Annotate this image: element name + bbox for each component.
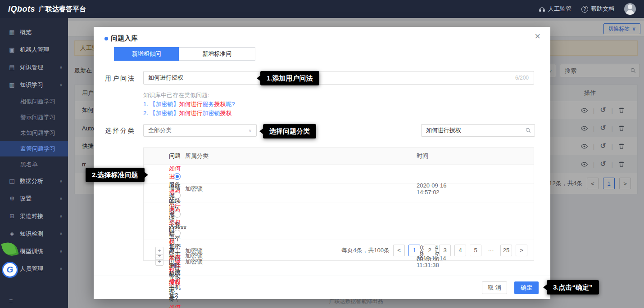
manual-monitor-link[interactable]: 人工监管 (539, 5, 571, 13)
table-row: + 大客户授权后，如何删除机器授权记录? 加密锁 2019-11-14 11:3… (144, 221, 534, 240)
standard-question-radio-selected[interactable] (174, 173, 181, 180)
sidebar-item-channel-docking[interactable]: ⊞渠道对接∨ (0, 207, 68, 225)
sidebar-label: 数据分析 (20, 177, 43, 185)
category-cell: 加密锁 (185, 258, 417, 266)
chevron-down-icon: ∨ (59, 196, 63, 201)
page-number-5[interactable]: 5 (470, 245, 481, 256)
callout-click-confirm: 3.点击“确定” (547, 280, 599, 295)
sidebar-item-knowledge-detection[interactable]: ◈知识检测∨ (0, 225, 68, 242)
cancel-button[interactable]: 取 消 (482, 281, 507, 294)
app-root: iQbots 广联达睿答平台 人工监管 ? 帮助文档 ▦概览 ▣机器人管理 ▤知… (0, 0, 644, 308)
page-number-3[interactable]: 3 (439, 245, 451, 256)
user-avatar[interactable] (624, 3, 636, 15)
pagination-ellipsis[interactable]: ··· (485, 245, 497, 256)
next-page-button[interactable]: > (516, 245, 527, 256)
sidebar-item-knowledge-management[interactable]: ▤知识管理∨ (0, 58, 68, 76)
category-select[interactable]: 全部分类 ∨ (143, 124, 257, 137)
confirm-button[interactable]: 确定 (514, 281, 539, 294)
callout-select-category: 选择问题分类 (263, 124, 316, 138)
sidebar-label: 知识管理 (20, 63, 43, 71)
standard-question-radio[interactable] (174, 192, 181, 199)
learning-icon: ▥ (8, 81, 16, 88)
analysis-icon: ◫ (8, 178, 16, 184)
page-number-4[interactable]: 4 (454, 245, 466, 256)
glodon-g-logo: G (2, 262, 18, 278)
sidebar-label: 渠道对接 (20, 212, 43, 220)
column-question: 问题 (169, 152, 185, 160)
sidebar-item-overview[interactable]: ▦概览 (0, 23, 68, 41)
sidebar-label: 模型训练 (20, 247, 43, 255)
sidebar-label: 知识检测 (20, 230, 43, 238)
chevron-down-icon: ∨ (59, 214, 63, 219)
sidebar-item-data-analysis[interactable]: ◫数据分析∨ (0, 172, 68, 190)
user-question-label: 用户问法 (105, 75, 136, 83)
sidebar-item-knowledge-learning[interactable]: ▥知识学习∧ (0, 76, 68, 94)
table-row: 如何进行服务授权的续期? 加密锁 2020-09-16 14:57:02 (144, 164, 534, 183)
channel-icon: ⊞ (8, 213, 16, 219)
modal-search (421, 124, 535, 137)
sidebar-label: 人员管理 (20, 265, 43, 273)
robot-icon: ▣ (8, 46, 16, 53)
similar-question-link[interactable]: 2. 【加密锁】如何进行加密锁授权 (143, 109, 235, 118)
sidebar-item-robot-management[interactable]: ▣机器人管理 (0, 41, 68, 58)
chevron-down-icon: ∨ (59, 179, 63, 183)
char-counter: 6/200 (515, 75, 529, 81)
standard-question-radio[interactable] (174, 230, 181, 237)
sidebar-label: 设置 (20, 195, 32, 203)
modal-search-input[interactable] (421, 124, 535, 137)
table-header-row: 问题 所属分类 时间 (144, 148, 534, 164)
help-icon: ? (581, 6, 588, 13)
chevron-down-icon: ∨ (59, 249, 63, 254)
chevron-down-icon: ∨ (59, 266, 63, 271)
help-doc-label: 帮助文档 (591, 5, 614, 13)
column-category: 所属分类 (185, 152, 417, 160)
chevron-down-icon: ∨ (59, 231, 63, 236)
arrow-left-icon (543, 284, 547, 290)
page-number-2[interactable]: 2 (424, 245, 435, 256)
top-header: iQbots 广联达睿答平台 人工监管 ? 帮助文档 (0, 0, 644, 18)
tab-add-standard-question[interactable]: 新增标准问 (179, 47, 255, 61)
chevron-down-icon: ∨ (59, 65, 63, 70)
arrow-left-icon (257, 75, 261, 81)
page-number-25[interactable]: 25 (500, 245, 512, 256)
app-logo: iQbots (8, 4, 35, 14)
user-question-field: 6/200 (143, 71, 534, 85)
chevron-up-icon: ∧ (59, 82, 63, 87)
sidebar-subitem-similar-questions[interactable]: 相似问题学习 (0, 94, 68, 109)
prev-page-button[interactable]: < (393, 245, 405, 256)
time-cell: 2020-09-16 14:57:02 (417, 182, 466, 196)
sidebar-subitem-blacklist[interactable]: 黑名单 (0, 156, 68, 172)
expand-icon[interactable]: + (155, 247, 163, 255)
sidebar-label: 知识学习 (20, 81, 43, 89)
headset-icon (539, 6, 545, 13)
category-selected-value: 全部分类 (148, 126, 172, 134)
overview-icon: ▦ (8, 29, 16, 36)
standard-question-radio[interactable] (174, 211, 181, 218)
time-cell: 2019-11-14 11:31:38 (417, 255, 466, 268)
sidebar-collapse-icon[interactable]: ≡ (9, 297, 13, 304)
page-number-1[interactable]: 1 (408, 245, 420, 256)
callout-add-user-question: 1.添加用户问法 (260, 71, 319, 85)
close-icon[interactable]: × (535, 31, 540, 41)
modal-tabs: 新增相似问 新增标准问 (114, 47, 255, 61)
arrow-right-icon (144, 172, 148, 178)
similar-question-link[interactable]: 1. 【加密锁】如何进行服务授权呢? (143, 100, 235, 109)
sidebar-subitem-warning-questions[interactable]: 警示问题学习 (0, 109, 68, 125)
sidebar-subitem-unknown-questions[interactable]: 未知问题学习 (0, 125, 68, 141)
modal-footer: 取 消 确定 (94, 276, 550, 299)
category-cell: 加密锁 (185, 185, 417, 193)
sidebar-subitem-supervised-questions[interactable]: 监管问题学习 (0, 141, 68, 156)
gear-icon: ⚙ (8, 195, 16, 202)
sidebar-label: 机器人管理 (20, 46, 49, 54)
arrow-left-icon (259, 128, 263, 134)
pagination-summary: 每页4条，共100条 (341, 246, 390, 254)
user-question-input[interactable] (143, 71, 534, 85)
table-row: + 进行服务授权时，一个加密锁可以授权给几个手机号? 加密锁 2020-04-2… (144, 202, 534, 221)
expand-icon[interactable]: + (155, 258, 163, 266)
help-doc-link[interactable]: ? 帮助文档 (581, 5, 614, 13)
sidebar-label: 概览 (20, 28, 32, 36)
manual-monitor-label: 人工监管 (548, 5, 571, 13)
sidebar-item-settings[interactable]: ⚙设置∨ (0, 190, 68, 207)
tab-add-similar-question[interactable]: 新增相似问 (114, 47, 179, 61)
knowledge-icon: ▤ (8, 64, 16, 71)
